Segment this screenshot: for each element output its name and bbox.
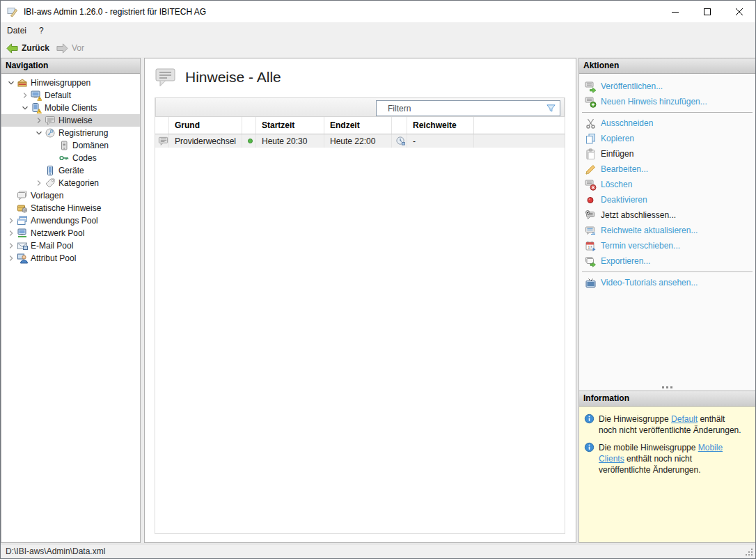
navigation-tree: Hinweisgruppen Default Mobile Clients Hi… <box>1 74 140 265</box>
app-icon <box>7 6 18 17</box>
information-body: Die Hinweisgruppe Default enthält noch n… <box>579 407 755 542</box>
back-icon <box>6 42 19 54</box>
update-reach-icon <box>585 225 597 237</box>
back-button[interactable]: Zurück <box>3 41 54 56</box>
tree-item-domaenen[interactable]: Domänen <box>1 139 140 152</box>
template-icon <box>17 190 28 201</box>
edit-icon <box>585 164 597 175</box>
chevron-right-icon[interactable] <box>19 90 31 101</box>
tree-item-geraete[interactable]: Geräte <box>1 164 140 177</box>
application-pool-icon <box>17 215 28 226</box>
col-reichweite[interactable]: Reichweite <box>407 117 474 134</box>
col-endzeit[interactable]: Endzeit <box>324 117 392 134</box>
action-neuer-hinweis[interactable]: Neuen Hinweis hinzufügen... <box>579 94 755 109</box>
domain-icon <box>58 140 70 151</box>
actions-separator <box>582 112 753 113</box>
info-icon <box>584 414 594 436</box>
chevron-down-icon[interactable] <box>6 77 17 88</box>
status-path: D:\IBI-aws\Admin\Data.xml <box>6 546 105 556</box>
tree-item-vorlagen[interactable]: Vorlagen <box>1 189 140 202</box>
resize-grip[interactable] <box>745 548 753 556</box>
actions-separator <box>582 271 753 272</box>
action-video-tutorials[interactable]: Video-Tutorials ansehen... <box>579 275 755 290</box>
notices-table: Grund Startzeit Endzeit Reichweite Provi… <box>155 97 565 534</box>
action-veroeffentlichen[interactable]: Veröffentlichen... <box>579 79 755 94</box>
action-exportieren[interactable]: Exportieren... <box>579 253 755 269</box>
info-item-default: Die Hinweisgruppe Default enthält noch n… <box>584 414 750 436</box>
col-grund[interactable]: Grund <box>169 117 242 134</box>
info-link-default[interactable]: Default <box>671 414 698 424</box>
menu-bar: Datei ? <box>1 22 755 39</box>
menu-datei[interactable]: Datei <box>1 23 33 38</box>
filter-funnel-icon[interactable] <box>546 103 556 113</box>
info-icon <box>584 442 594 475</box>
add-notice-icon <box>585 96 597 108</box>
video-tutorials-icon <box>585 277 597 289</box>
col-reach-icon[interactable] <box>392 117 407 134</box>
key-icon <box>58 152 70 164</box>
tree-item-registrierung[interactable]: Registrierung <box>1 127 140 139</box>
tag-icon <box>45 178 56 189</box>
forward-button[interactable]: Vor <box>54 41 88 56</box>
maximize-button[interactable] <box>691 1 723 22</box>
info-item-mobile-clients: Die mobile Hinweisgruppe Mobile Clients … <box>584 442 750 475</box>
chevron-right-icon[interactable] <box>6 228 17 239</box>
tree-item-codes[interactable]: Codes <box>1 152 140 164</box>
chevron-down-icon[interactable] <box>33 127 45 139</box>
chevron-down-icon[interactable] <box>19 102 31 113</box>
splitter-grip-icon <box>662 386 672 388</box>
tree-item-netzwerk-pool[interactable]: Netzwerk Pool <box>1 227 140 239</box>
minimize-button[interactable] <box>659 1 691 22</box>
filter-input-wrap <box>376 100 560 116</box>
tree-item-email-pool[interactable]: E-Mail Pool <box>1 239 140 252</box>
title-bar: IBI-aws Admin 1.26.0 - registriert für I… <box>1 1 755 22</box>
action-bearbeiten[interactable]: Bearbeiten... <box>579 162 755 177</box>
tree-item-hinweisgruppen[interactable]: Hinweisgruppen <box>1 77 140 89</box>
chevron-right-icon[interactable] <box>33 178 45 189</box>
col-startzeit[interactable]: Startzeit <box>256 117 324 134</box>
col-status[interactable] <box>242 117 256 134</box>
finish-now-icon <box>585 210 597 221</box>
actions-list: Veröffentlichen... Neuen Hinweis hinzufü… <box>579 74 755 290</box>
notice-groups-icon <box>17 77 28 88</box>
tree-item-mobile-clients[interactable]: Mobile Clients <box>1 102 140 114</box>
panel-splitter[interactable] <box>579 384 755 391</box>
action-reichweite-aktualisieren[interactable]: Reichweite aktualisieren... <box>579 223 755 238</box>
action-kopieren[interactable]: Kopieren <box>579 131 755 146</box>
chevron-right-icon[interactable] <box>6 215 17 226</box>
paste-icon <box>585 148 597 160</box>
static-notices-icon <box>17 203 28 214</box>
export-icon <box>585 255 597 267</box>
tree-item-hinweise[interactable]: Hinweise <box>1 114 140 127</box>
close-button[interactable] <box>723 1 755 22</box>
chevron-right-icon[interactable] <box>6 253 17 264</box>
action-jetzt-abschliessen[interactable]: Jetzt abschliessen... <box>579 207 755 223</box>
table-row[interactable]: Providerwechsel Heute 20:30 Heute 22:00 … <box>155 134 565 148</box>
tree-item-anwendungs-pool[interactable]: Anwendungs Pool <box>1 214 140 227</box>
tree-item-kategorien[interactable]: Kategorien <box>1 177 140 189</box>
action-deaktivieren[interactable]: Deaktivieren <box>579 192 755 207</box>
filter-input[interactable] <box>377 102 546 114</box>
action-einfuegen[interactable]: Einfügen <box>579 146 755 162</box>
email-pool-icon <box>17 240 28 251</box>
filter-bar <box>155 97 565 117</box>
tree-item-statische-hinweise[interactable]: Statische Hinweise <box>1 202 140 214</box>
publish-icon <box>585 81 597 93</box>
tree-item-attribut-pool[interactable]: Attribut Pool <box>1 252 140 265</box>
delete-icon <box>585 179 597 191</box>
chevron-right-icon[interactable] <box>6 240 17 251</box>
reschedule-icon: 17 <box>585 240 597 252</box>
col-icon[interactable] <box>155 117 169 134</box>
chevron-right-icon[interactable] <box>33 115 45 126</box>
notice-icon <box>155 134 169 148</box>
action-loeschen[interactable]: Löschen <box>579 177 755 192</box>
action-termin-verschieben[interactable]: 17 Termin verschieben... <box>579 238 755 253</box>
network-pool-icon <box>17 228 28 239</box>
status-active-icon <box>242 134 256 148</box>
action-ausschneiden[interactable]: Ausschneiden <box>579 116 755 131</box>
cell-startzeit: Heute 20:30 <box>256 134 324 148</box>
actions-header: Aktionen <box>579 58 755 74</box>
tree-item-default[interactable]: Default <box>1 89 140 102</box>
device-icon <box>45 165 56 176</box>
menu-help[interactable]: ? <box>33 23 50 38</box>
